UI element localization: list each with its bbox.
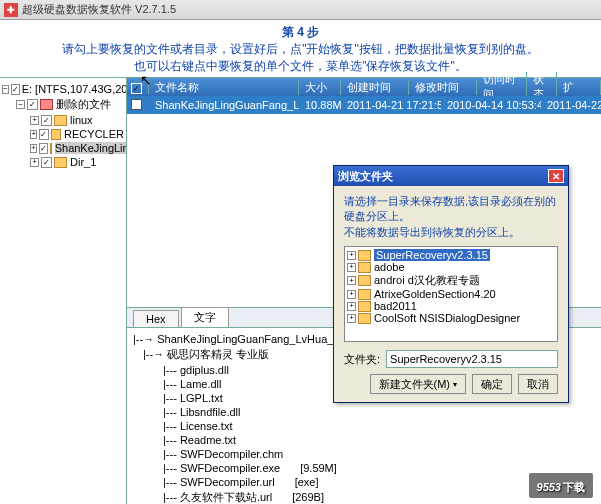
step-number: 第 4 步: [0, 24, 601, 41]
tree-label: AtrixeGoldenSection4.20: [374, 288, 496, 300]
tree-checkbox[interactable]: [41, 115, 52, 126]
folder-icon: [358, 275, 371, 286]
tree-checkbox[interactable]: [39, 143, 48, 154]
cell-size: 10.88M: [299, 99, 341, 111]
tree-checkbox[interactable]: [11, 84, 20, 95]
dialog-titlebar[interactable]: 浏览文件夹 ✕: [334, 166, 568, 186]
cell-mtime: 2010-04-14 10:53:40: [441, 99, 541, 111]
col-size[interactable]: 大小: [299, 80, 341, 95]
dialog-tree-item[interactable]: +adobe: [347, 261, 555, 273]
browse-folder-dialog: 浏览文件夹 ✕ 请选择一目录来保存数据,该目录必须在别的硬盘分区上。 不能将数据…: [333, 165, 569, 403]
dialog-tree-item[interactable]: +CoolSoft NSISDialogDesigner: [347, 312, 555, 324]
header-checkbox[interactable]: [127, 81, 149, 94]
folder-icon: [358, 262, 371, 273]
col-ctime[interactable]: 创建时间: [341, 80, 409, 95]
window-title: 超级硬盘数据恢复软件 V2.7.1.5: [22, 2, 176, 17]
tree-label: adobe: [374, 261, 405, 273]
folder-icon: [51, 129, 62, 140]
dialog-folder-tree[interactable]: +SuperRecoveryv2.3.15 +adobe +androi d汉化…: [344, 246, 558, 342]
tree-label: CoolSoft NSISDialogDesigner: [374, 312, 520, 324]
cell-ctime: 2011-04-21 17:21:54: [341, 99, 441, 111]
file-size: [9.59M]: [300, 462, 337, 474]
file-row[interactable]: ShanKeJingLingGuanFang_LvHua_zhanye 10.8…: [127, 96, 601, 114]
tree-item[interactable]: + linux: [30, 113, 124, 127]
window-titlebar: ✚ 超级硬盘数据恢复软件 V2.7.1.5: [0, 0, 601, 20]
dialog-tree-item[interactable]: +SuperRecoveryv2.3.15: [347, 249, 555, 261]
folder-input-label: 文件夹:: [344, 352, 380, 367]
folder-tree-pane: − E: [NTFS,107.43G,2010-01-26] − 删除的文件 +…: [0, 78, 127, 504]
detail-line: |--- Libsndfile.dll: [163, 405, 595, 419]
tree-label: RECYCLER: [64, 128, 124, 140]
cell-atime: 2011-04-22: [541, 99, 601, 111]
expand-icon[interactable]: +: [347, 276, 356, 285]
dialog-tree-item[interactable]: +bad2011: [347, 300, 555, 312]
tree-checkbox[interactable]: [41, 157, 52, 168]
detail-line: |--- SWFDecompiler.chm: [163, 447, 595, 461]
folder-icon: [358, 313, 371, 324]
step-line1: 请勾上要恢复的文件或者目录，设置好后，点"开始恢复"按钮，把数据批量恢复到别的盘…: [0, 41, 601, 58]
detail-line: |--- License.txt: [163, 419, 595, 433]
tree-label: androi d汉化教程专题: [374, 273, 480, 288]
expand-icon[interactable]: +: [347, 290, 356, 299]
close-icon[interactable]: ✕: [548, 169, 564, 183]
dialog-buttons: 新建文件夹(M)▾ 确定 取消: [344, 374, 558, 394]
folder-tree[interactable]: − E: [NTFS,107.43G,2010-01-26] − 删除的文件 +…: [0, 78, 126, 173]
file-size: [exe]: [295, 476, 319, 488]
tree-label: ShanKeJingLingGuanFang_LvHua_zha: [55, 142, 127, 154]
expand-icon[interactable]: +: [347, 302, 356, 311]
folder-icon: [50, 143, 52, 154]
row-checkbox[interactable]: [131, 99, 142, 110]
col-mtime[interactable]: 修改时间: [409, 80, 477, 95]
cell-name: ShanKeJingLingGuanFang_LvHua_zhanye: [149, 99, 299, 111]
expand-icon[interactable]: +: [30, 144, 37, 153]
expand-icon[interactable]: +: [30, 116, 39, 125]
tree-label: bad2011: [374, 300, 417, 312]
tree-label: E: [NTFS,107.43G,2010-01-26]: [22, 83, 127, 95]
col-ext[interactable]: 扩: [557, 80, 601, 95]
expand-icon[interactable]: +: [347, 263, 356, 272]
folder-icon: [54, 157, 67, 168]
ok-button[interactable]: 确定: [472, 374, 512, 394]
step-banner: 第 4 步 请勾上要恢复的文件或者目录，设置好后，点"开始恢复"按钮，把数据批量…: [0, 20, 601, 77]
cancel-button[interactable]: 取消: [518, 374, 558, 394]
tree-item[interactable]: + RECYCLER: [30, 127, 124, 141]
new-folder-button[interactable]: 新建文件夹(M)▾: [370, 374, 467, 394]
tab-text[interactable]: 文字: [181, 307, 229, 327]
tree-checkbox[interactable]: [39, 129, 48, 140]
expand-icon[interactable]: +: [30, 130, 37, 139]
folder-icon: [358, 250, 371, 261]
folder-icon: [40, 99, 53, 110]
tree-label: SuperRecoveryv2.3.15: [374, 249, 490, 261]
folder-input[interactable]: [386, 350, 558, 368]
detail-line: |--- Readme.txt: [163, 433, 595, 447]
expand-icon[interactable]: +: [347, 314, 356, 323]
dialog-body: 请选择一目录来保存数据,该目录必须在别的硬盘分区上。 不能将数据导出到待恢复的分…: [334, 186, 568, 402]
dialog-title: 浏览文件夹: [338, 169, 393, 184]
file-list-header: 文件名称 大小 创建时间 修改时间 访问时间 状态 扩: [127, 78, 601, 96]
folder-icon: [54, 115, 67, 126]
folder-icon: [358, 289, 371, 300]
dialog-message: 请选择一目录来保存数据,该目录必须在别的硬盘分区上。 不能将数据导出到待恢复的分…: [344, 194, 558, 240]
tree-label: linux: [70, 114, 93, 126]
col-name[interactable]: 文件名称: [149, 80, 299, 95]
dialog-tree-item[interactable]: +AtrixeGoldenSection4.20: [347, 288, 555, 300]
expand-icon[interactable]: +: [347, 251, 356, 260]
dialog-tree-item[interactable]: +androi d汉化教程专题: [347, 273, 555, 288]
app-icon: ✚: [4, 3, 18, 17]
tree-root[interactable]: − E: [NTFS,107.43G,2010-01-26]: [2, 82, 124, 96]
tree-label: 删除的文件: [56, 97, 111, 112]
collapse-icon[interactable]: −: [2, 85, 9, 94]
folder-icon: [358, 301, 371, 312]
file-size: [269B]: [292, 491, 324, 503]
watermark: 9553下载: [529, 473, 593, 498]
dialog-input-row: 文件夹:: [344, 350, 558, 368]
expand-icon[interactable]: +: [30, 158, 39, 167]
tree-label: Dir_1: [70, 156, 96, 168]
collapse-icon[interactable]: −: [16, 100, 25, 109]
tree-item[interactable]: + Dir_1: [30, 155, 124, 169]
tab-hex[interactable]: Hex: [133, 310, 179, 327]
tree-deleted[interactable]: − 删除的文件: [16, 96, 124, 113]
tree-checkbox[interactable]: [27, 99, 38, 110]
chevron-down-icon: ▾: [453, 380, 457, 389]
tree-item[interactable]: + ShanKeJingLingGuanFang_LvHua_zha: [30, 141, 124, 155]
